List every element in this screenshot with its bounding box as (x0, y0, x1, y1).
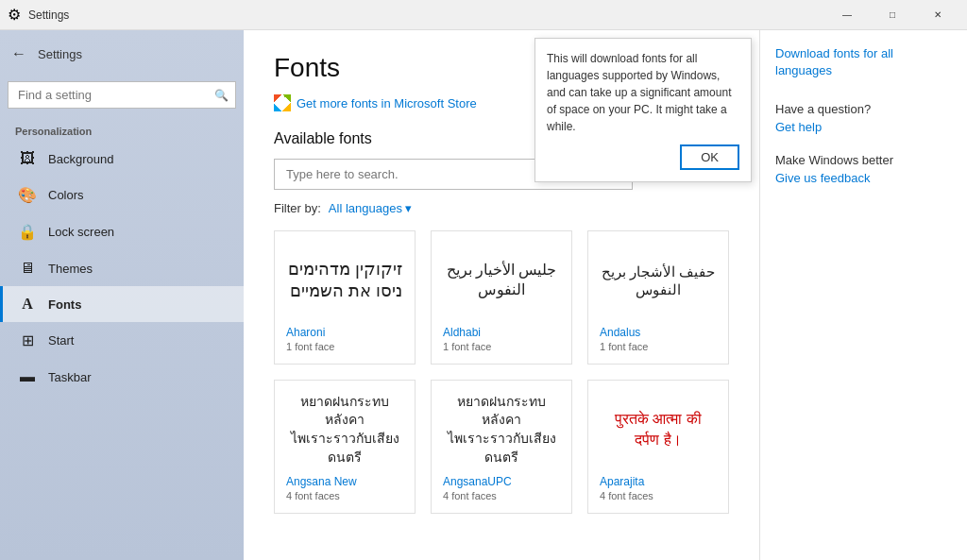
sidebar-app-title: Settings (38, 47, 82, 61)
fonts-grid: זיקוקין מדהימיםניסו את השמיים Aharoni 1 … (274, 230, 729, 514)
font-faces-aldhabi: 1 font face (443, 341, 560, 352)
sidebar-top: ← Settings (0, 30, 244, 74)
filter-value: All languages (329, 201, 402, 215)
font-name-angsana-upc: AngsanaUPC (443, 475, 560, 488)
get-help-link[interactable]: Get help (775, 120, 952, 134)
right-panel: Download fonts for all languages Have a … (759, 30, 967, 560)
search-input[interactable] (8, 81, 236, 109)
search-box: 🔍 (8, 81, 236, 109)
lockscreen-icon: 🔒 (18, 223, 37, 241)
minimize-button[interactable]: — (825, 0, 869, 30)
have-question-label: Have a question? (775, 102, 952, 116)
font-preview-andalus: حفيف الأشجار بريحالنفوس (600, 243, 717, 318)
font-card-aharoni[interactable]: זיקוקין מדהימיםניסו את השמיים Aharoni 1 … (274, 230, 416, 365)
sidebar-item-label-background: Background (48, 152, 113, 166)
sidebar-item-label-start: Start (48, 333, 74, 348)
font-card-andalus[interactable]: حفيف الأشجار بريحالنفوس Andalus 1 font f… (587, 230, 729, 365)
font-preview-angsana-upc: หยาดฝนกระทบหลังคาไพเราะราวกับเสียงดนตรี (443, 392, 560, 467)
sidebar-item-colors[interactable]: 🎨 Colors (0, 177, 244, 213)
font-card-aparajita[interactable]: पुरतके आत्मा कीदर्पण है। Aparajita 4 fon… (587, 380, 729, 514)
font-preview-angsana-new: หยาดฝนกระทบหลังคาไพเราะราวกับเสียงดนตรี (286, 392, 403, 467)
fonts-icon: A (18, 296, 37, 313)
make-windows-better-label: Make Windows better (775, 153, 952, 167)
font-name-aharoni: Aharoni (286, 326, 403, 339)
settings-icon: ⚙ (8, 6, 21, 24)
tooltip-ok-button[interactable]: OK (680, 144, 739, 170)
font-faces-aparajita: 4 font faces (600, 490, 717, 501)
themes-icon: 🖥 (18, 260, 37, 277)
main-content: Fonts Get more fonts in Microsoft Store … (244, 30, 759, 560)
search-icon: 🔍 (214, 89, 229, 102)
filter-row: Filter by: All languages ▾ (274, 201, 729, 215)
font-faces-angsana-upc: 4 font faces (443, 490, 560, 501)
sidebar-item-label-fonts: Fonts (48, 297, 81, 312)
sidebar-item-label-colors: Colors (48, 188, 84, 202)
filter-dropdown[interactable]: All languages ▾ (329, 201, 412, 215)
sidebar-item-background[interactable]: 🖼 Background (0, 141, 244, 177)
give-feedback-link[interactable]: Give us feedback (775, 171, 952, 185)
maximize-button[interactable]: □ (871, 0, 914, 30)
title-bar: ⚙ Settings — □ ✕ (0, 0, 967, 30)
sidebar-item-label-taskbar: Taskbar (48, 370, 92, 384)
chevron-down-icon: ▾ (405, 201, 412, 215)
taskbar-icon: ▬ (18, 368, 37, 385)
back-button[interactable]: ← (8, 42, 30, 66)
tooltip-text: This will download fonts for all languag… (547, 50, 739, 135)
start-icon: ⊞ (18, 331, 37, 349)
ms-store-label: Get more fonts in Microsoft Store (297, 96, 477, 110)
title-bar-controls: — □ ✕ (825, 0, 959, 30)
font-preview-aharoni: זיקוקין מדהימיםניסו את השמיים (286, 243, 403, 318)
title-bar-title: Settings (28, 8, 69, 22)
background-icon: 🖼 (18, 150, 37, 167)
font-faces-aharoni: 1 font face (286, 341, 403, 352)
font-preview-aparajita: पुरतके आत्मा कीदर्पण है। (600, 392, 717, 467)
sidebar-item-themes[interactable]: 🖥 Themes (0, 250, 244, 286)
font-faces-angsana-new: 4 font faces (286, 490, 403, 501)
filter-label: Filter by: (274, 201, 321, 215)
app-body: ← Settings 🔍 Personalization 🖼 Backgroun… (0, 30, 967, 560)
font-name-andalus: Andalus (600, 326, 717, 339)
sidebar: ← Settings 🔍 Personalization 🖼 Backgroun… (0, 30, 244, 560)
font-card-angsana-new[interactable]: หยาดฝนกระทบหลังคาไพเราะราวกับเสียงดนตรี … (274, 380, 416, 514)
download-fonts-link[interactable]: Download fonts for all languages (775, 45, 952, 79)
sidebar-item-taskbar[interactable]: ▬ Taskbar (0, 359, 244, 395)
sidebar-item-lockscreen[interactable]: 🔒 Lock screen (0, 213, 244, 250)
sidebar-item-fonts[interactable]: A Fonts (0, 286, 244, 322)
tooltip-popup: This will download fonts for all languag… (534, 38, 752, 182)
font-card-angsana-upc[interactable]: หยาดฝนกระทบหลังคาไพเราะราวกับเสียงดนตรี … (431, 380, 572, 514)
section-label: Personalization (0, 116, 244, 141)
font-name-aparajita: Aparajita (600, 475, 717, 488)
close-button[interactable]: ✕ (916, 0, 959, 30)
font-name-angsana-new: Angsana New (286, 475, 403, 488)
font-preview-aldhabi: جليس الأخيار بريح النفوس (443, 243, 560, 318)
ms-store-icon (274, 94, 291, 111)
font-card-aldhabi[interactable]: جليس الأخيار بريح النفوس Aldhabi 1 font … (431, 230, 572, 365)
sidebar-item-label-lockscreen: Lock screen (48, 225, 114, 239)
font-name-aldhabi: Aldhabi (443, 326, 560, 339)
font-faces-andalus: 1 font face (600, 341, 717, 352)
sidebar-item-label-themes: Themes (48, 262, 93, 276)
sidebar-item-start[interactable]: ⊞ Start (0, 322, 244, 359)
title-bar-left: ⚙ Settings (8, 6, 69, 24)
colors-icon: 🎨 (18, 186, 37, 204)
